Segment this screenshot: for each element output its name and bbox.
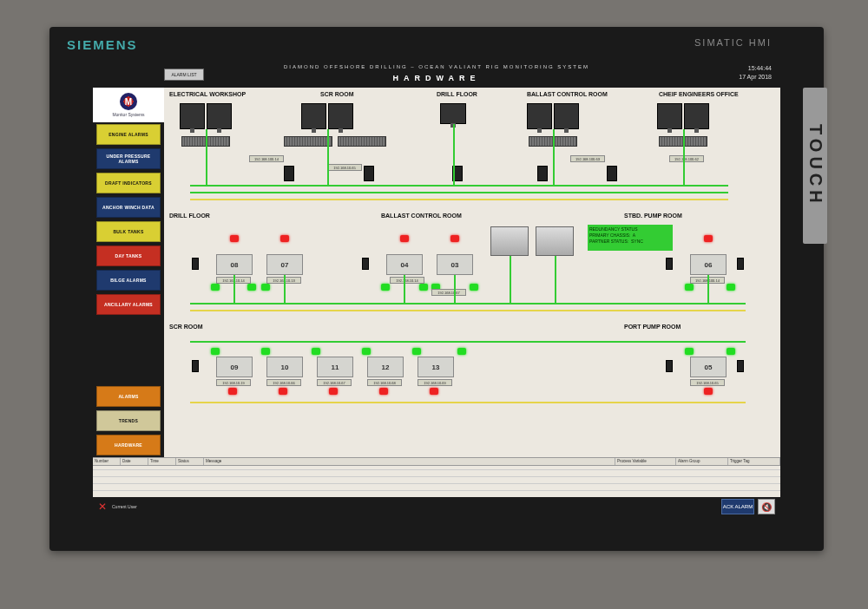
label-ballast-control-room-2: BALLAST CONTROL ROOM — [381, 213, 462, 219]
alarm-list-button[interactable]: ALARM LIST — [164, 69, 204, 81]
status-led-red — [329, 388, 338, 395]
net-line — [555, 256, 556, 303]
nav-hardware[interactable]: HARDWARE — [96, 435, 161, 455]
status-led-red — [450, 235, 459, 242]
ip-tag: 192.168.10.67 — [431, 289, 466, 296]
ip-tag: 192.168.10.66 — [266, 379, 301, 386]
status-led-red — [379, 388, 388, 395]
net-line — [510, 256, 511, 303]
alarm-grid-rows[interactable] — [93, 466, 780, 497]
sidebar: M Monitor Systems ENGINE ALARMS UNDER PR… — [93, 88, 164, 457]
plc-09[interactable]: 09 — [216, 357, 253, 377]
ip-tag: 192.168.10.14 — [390, 277, 424, 284]
plc-03[interactable]: 03 — [437, 254, 473, 275]
topology-canvas: ELECTRICAL WORKSHOP SCR ROOM DRILL FLOOR… — [164, 88, 780, 457]
status-led-red — [704, 235, 713, 242]
io-node — [362, 258, 369, 270]
status-led-green — [685, 284, 694, 291]
net-line — [284, 275, 286, 303]
net-line — [190, 185, 728, 187]
net-line — [233, 275, 235, 303]
nav-day-tanks[interactable]: DAY TANKS — [96, 246, 161, 266]
redundant-chassis-b — [536, 226, 574, 256]
plc-08[interactable]: 08 — [216, 254, 253, 275]
plc-13[interactable]: 13 — [418, 357, 454, 377]
plc-11[interactable]: 11 — [317, 357, 353, 377]
header-bar: ALARM LIST DIAMOND OFFSHORE DRILLING – O… — [93, 62, 780, 88]
ip-tag: 192.168.100.14 — [249, 155, 284, 162]
switch-node — [607, 166, 617, 181]
plc-10[interactable]: 10 — [266, 357, 303, 377]
switch-node — [537, 166, 548, 181]
workstation-df — [440, 103, 466, 124]
nav-alarms[interactable]: ALARMS — [96, 386, 161, 407]
mute-button[interactable]: 🔇 — [758, 499, 775, 514]
bezel-model: SIMATIC HMI — [694, 37, 772, 48]
status-led-green — [419, 284, 428, 291]
close-icon[interactable]: ✕ — [98, 501, 107, 513]
workstation-bcr — [527, 103, 579, 129]
io-node — [666, 360, 673, 372]
nav-ancillary-alarms[interactable]: ANCILLARY ALARMS — [96, 294, 161, 315]
workstation-ceo — [657, 103, 709, 129]
ip-tag: 192.168.100.62 — [669, 155, 704, 162]
nav-bulk-tanks[interactable]: BULK TANKS — [96, 221, 161, 242]
nav-bilge-alarms[interactable]: BILGE ALARMS — [96, 270, 161, 291]
touch-label: TOUCH — [803, 88, 827, 244]
logo-icon: M — [120, 93, 137, 110]
clock: 15:44:44 17 Apr 2018 — [739, 64, 772, 82]
net-line — [683, 129, 685, 185]
status-led-green — [261, 348, 270, 355]
status-led-green — [685, 348, 694, 355]
label-ballast-control-room: BALLAST CONTROL ROOM — [527, 91, 608, 97]
status-led-green — [247, 284, 256, 291]
io-node — [737, 360, 744, 372]
nav-anchor-winch-data[interactable]: ANCHOR WINCH DATA — [96, 197, 161, 218]
ip-tag: 192.168.10.19 — [216, 379, 251, 386]
speaker-mute-icon: 🔇 — [761, 502, 772, 512]
system-title: DIAMOND OFFSHORE DRILLING – OCEAN VALIAN… — [284, 64, 589, 69]
net-line — [190, 341, 746, 343]
switch-node — [364, 166, 374, 181]
nav-engine-alarms[interactable]: ENGINE ALARMS — [96, 124, 161, 145]
nav-under-pressure-alarms[interactable]: UNDER PRESSURE ALARMS — [96, 148, 161, 169]
net-line — [454, 275, 456, 303]
status-led-red — [279, 388, 287, 395]
plc-07[interactable]: 07 — [266, 254, 303, 275]
nav-trends[interactable]: TRENDS — [96, 410, 161, 431]
net-line — [206, 129, 207, 185]
logo: M Monitor Systems — [93, 88, 164, 122]
alarm-grid-area: Number Date Time Status Message Process … — [93, 457, 780, 497]
switch-node — [284, 166, 294, 181]
status-led-red — [230, 235, 239, 242]
screen: ALARM LIST DIAMOND OFFSHORE DRILLING – O… — [93, 62, 780, 516]
ip-tag: 192.168.10.68 — [367, 379, 402, 386]
status-led-green — [261, 284, 270, 291]
status-led-green — [211, 284, 220, 291]
io-node — [737, 258, 744, 270]
bezel-brand: SIEMENS — [67, 37, 138, 52]
label-chief-engineers-office: CHEIF ENGINEERS OFFICE — [659, 91, 739, 97]
net-line — [707, 275, 709, 303]
label-scr-room-2: SCR ROOM — [169, 324, 203, 330]
workstation-scr — [301, 103, 353, 129]
net-line — [190, 192, 728, 193]
net-line-y — [190, 310, 746, 311]
rack-scr-1 — [284, 136, 332, 147]
ack-alarm-button[interactable]: ACK ALARM — [721, 499, 754, 514]
net-line — [453, 124, 455, 185]
label-port-pump-room: PORT PUMP ROOM — [624, 324, 681, 330]
footer-bar: ✕ Current User ACK ALARM 🔇 — [93, 497, 780, 516]
status-led-green — [362, 348, 371, 355]
rack-scr-2 — [338, 136, 386, 147]
label-drill-floor: DRILL FLOOR — [437, 91, 477, 97]
plc-05[interactable]: 05 — [690, 357, 727, 377]
status-led-green — [312, 348, 320, 355]
plc-12[interactable]: 12 — [367, 357, 404, 377]
plc-06[interactable]: 06 — [690, 254, 727, 275]
nav-draft-indicators[interactable]: DRAFT INDICATORS — [96, 173, 161, 193]
plc-04[interactable]: 04 — [386, 254, 423, 275]
status-led-green — [457, 348, 466, 355]
io-node — [192, 360, 199, 372]
net-line-y — [190, 402, 746, 403]
